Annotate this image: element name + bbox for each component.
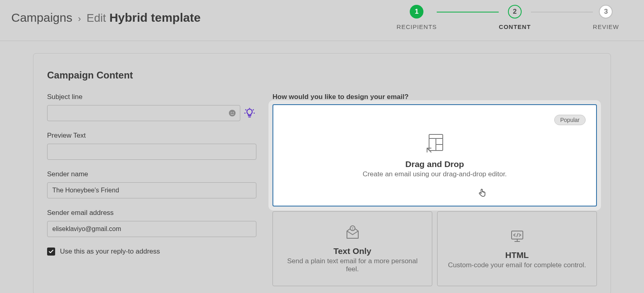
breadcrumb-action: Edit [87, 12, 106, 24]
lightbulb-icon[interactable] [244, 108, 255, 118]
breadcrumb-root[interactable]: Campaigns [11, 11, 72, 25]
svg-point-0 [229, 110, 236, 117]
subject-line-group: Subject line [47, 93, 256, 121]
sender-email-input[interactable] [47, 221, 256, 237]
step-label: RECIPIENTS [396, 23, 437, 30]
card-desc: Custom-code your email for complete cont… [448, 261, 586, 269]
drag-drop-icon [425, 133, 445, 154]
step-review[interactable]: 3 REVIEW [593, 5, 619, 30]
subject-line-input[interactable] [47, 105, 240, 121]
panel-title: Campaign Content [47, 70, 597, 81]
design-option-text-only[interactable]: T Text Only Send a plain text email for … [272, 211, 432, 286]
svg-point-1 [231, 112, 231, 113]
checkbox-checked-icon[interactable] [47, 248, 55, 256]
svg-point-2 [233, 112, 233, 113]
design-column: How would you like to design your email?… [272, 93, 597, 286]
step-label: CONTENT [499, 23, 531, 30]
breadcrumb-template-name: Hybrid template [109, 11, 201, 24]
content-panel: Campaign Content Subject line [33, 53, 611, 293]
card-desc: Create an email using our drag-and-drop … [363, 170, 507, 178]
sender-email-label: Sender email address [47, 209, 256, 217]
subject-line-label: Subject line [47, 93, 256, 101]
svg-text:T: T [351, 227, 354, 231]
sender-name-input[interactable] [47, 182, 256, 198]
step-number: 3 [599, 5, 613, 19]
card-title: Drag and Drop [405, 159, 464, 169]
preview-text-group: Preview Text [47, 132, 256, 160]
reply-to-checkbox-row[interactable]: Use this as your reply-to address [47, 248, 256, 256]
sender-name-label: Sender name [47, 170, 256, 178]
step-recipients[interactable]: 1 RECIPIENTS [396, 5, 437, 30]
card-title: HTML [505, 250, 528, 260]
preview-text-input[interactable] [47, 144, 256, 160]
form-column: Subject line Preview Text [47, 93, 256, 286]
design-option-drag-drop[interactable]: Popular Drag and Drop Create an email us… [272, 104, 597, 206]
design-question: How would you like to design your email? [272, 93, 597, 101]
preview-text-label: Preview Text [47, 132, 256, 140]
step-content[interactable]: 2 CONTENT [499, 5, 531, 30]
emoji-icon[interactable] [228, 109, 236, 117]
header-bar: Campaigns › Edit Hybrid template 1 RECIP… [0, 0, 644, 41]
step-connector [531, 12, 593, 12]
svg-line-5 [253, 109, 254, 110]
svg-line-4 [246, 109, 246, 110]
breadcrumb: Campaigns › Edit Hybrid template [11, 11, 200, 25]
sender-email-group: Sender email address [47, 209, 256, 237]
progress-stepper: 1 RECIPIENTS 2 CONTENT 3 REVIEW [396, 5, 633, 30]
reply-to-label: Use this as your reply-to address [60, 248, 160, 256]
breadcrumb-separator-icon: › [78, 14, 81, 24]
text-envelope-icon: T [345, 225, 361, 241]
code-monitor-icon [509, 229, 525, 245]
step-connector [437, 12, 499, 12]
card-title: Text Only [333, 246, 371, 256]
popular-badge: Popular [554, 115, 586, 125]
sender-name-group: Sender name [47, 170, 256, 198]
step-label: REVIEW [593, 23, 619, 30]
step-number: 2 [508, 5, 522, 19]
design-option-html[interactable]: HTML Custom-code your email for complete… [437, 211, 597, 286]
card-desc: Send a plain text email for a more perso… [281, 257, 424, 273]
step-number: 1 [410, 5, 423, 19]
pointer-cursor-icon [478, 189, 487, 198]
